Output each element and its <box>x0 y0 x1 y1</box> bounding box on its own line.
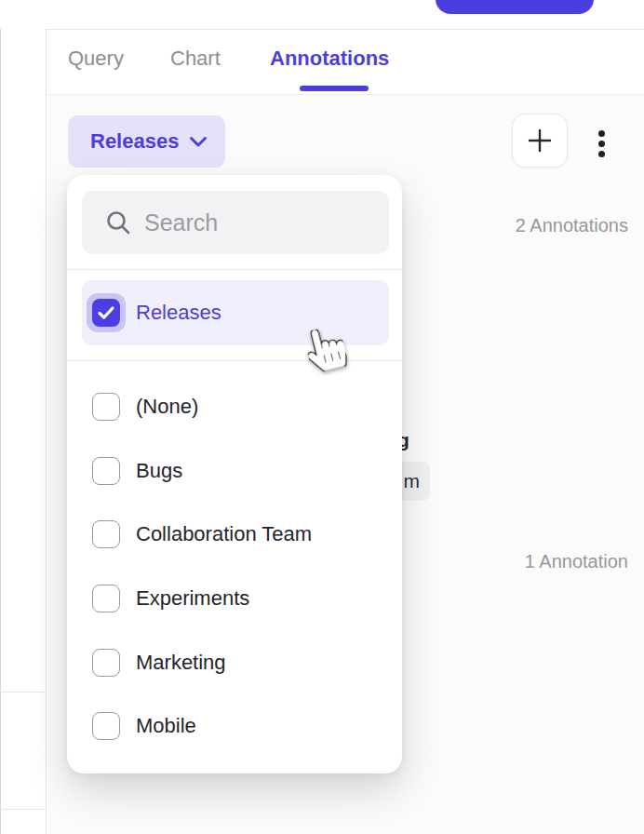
rail-divider <box>0 692 47 693</box>
tab-query[interactable]: Query <box>68 47 124 71</box>
checkbox-unchecked-icon[interactable] <box>92 457 120 485</box>
kebab-menu-icon <box>598 130 605 137</box>
dropdown-options-list: (None) Bugs Collaboration Team Experimen… <box>67 375 402 759</box>
search-input[interactable] <box>144 209 444 236</box>
option-row-releases[interactable]: Releases <box>82 280 389 345</box>
option-label: Bugs <box>136 459 182 483</box>
rail-divider <box>0 809 47 810</box>
tab-chart[interactable]: Chart <box>170 47 221 71</box>
dropdown-search-field[interactable] <box>82 191 389 254</box>
active-tab-underline <box>300 86 369 91</box>
option-row-none[interactable]: (None) <box>67 375 402 439</box>
checkbox-unchecked-icon[interactable] <box>92 393 120 421</box>
option-row-mobile[interactable]: Mobile <box>67 694 402 759</box>
option-label: Releases <box>136 301 221 325</box>
top-divider <box>0 29 644 30</box>
primary-action-button-partial[interactable] <box>436 0 594 14</box>
checkbox-unchecked-icon[interactable] <box>92 649 120 677</box>
checkbox-unchecked-icon[interactable] <box>92 520 120 548</box>
option-label: Experiments <box>136 586 249 611</box>
releases-filter-button[interactable]: Releases <box>68 115 225 168</box>
tab-annotations[interactable]: Annotations <box>270 47 389 71</box>
checkbox-focus-halo <box>87 293 126 332</box>
checkbox-unchecked-icon[interactable] <box>92 585 120 612</box>
plus-icon <box>525 126 555 155</box>
option-label: Collaboration Team <box>136 522 312 546</box>
annotation-group-count: 2 Annotations <box>516 215 628 236</box>
add-annotation-button[interactable] <box>512 114 568 168</box>
option-label: Mobile <box>136 714 196 738</box>
kebab-menu-icon <box>598 151 605 157</box>
releases-filter-label: Releases <box>90 129 179 154</box>
option-label: (None) <box>136 395 198 419</box>
option-label: Marketing <box>136 651 226 675</box>
left-rail <box>0 29 47 834</box>
option-row-marketing[interactable]: Marketing <box>67 630 402 694</box>
option-row-experiments[interactable]: Experiments <box>67 567 402 631</box>
option-row-bugs[interactable]: Bugs <box>67 439 402 504</box>
option-row-collaboration-team[interactable]: Collaboration Team <box>67 503 402 567</box>
kebab-menu-icon <box>598 141 605 147</box>
checkbox-unchecked-icon[interactable] <box>92 712 120 740</box>
dropdown-divider <box>67 269 402 270</box>
overflow-menu-button[interactable] <box>594 129 609 157</box>
annotation-group-count: 1 Annotation <box>525 551 628 572</box>
search-icon <box>104 208 132 236</box>
releases-filter-dropdown: Releases (None) Bugs Collaboration Team … <box>67 175 402 773</box>
checkbox-checked-icon[interactable] <box>92 299 120 327</box>
dropdown-divider <box>67 360 402 361</box>
chevron-down-icon <box>189 136 208 148</box>
